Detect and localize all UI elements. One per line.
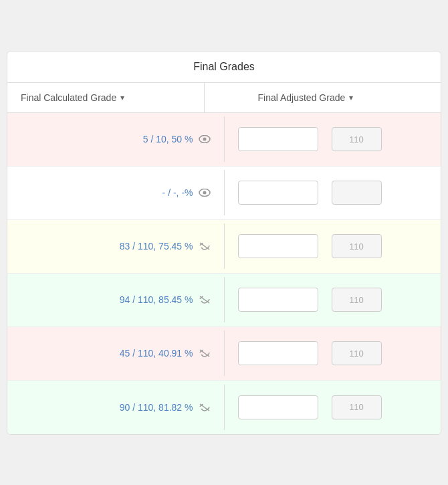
calc-grade-value: 90 / 110, 81.82 % <box>120 402 193 413</box>
table-row: 5 / 10, 50 % 110 <box>7 113 441 167</box>
visibility-off-icon[interactable] <box>199 403 211 412</box>
visibility-off-icon[interactable] <box>199 349 211 358</box>
adjusted-grade-input[interactable] <box>238 341 318 365</box>
adjusted-grade-input[interactable] <box>238 127 318 151</box>
left-column-header[interactable]: Final Calculated Grade ▾ <box>7 83 204 112</box>
eye-icon[interactable] <box>199 189 211 197</box>
svg-point-1 <box>203 138 206 141</box>
table-row: 94 / 110, 85.45 % 110 <box>7 274 441 327</box>
calc-grade-cell: 94 / 110, 85.45 % <box>7 284 224 316</box>
calc-grade-cell: 45 / 110, 40.91 % <box>7 337 224 369</box>
eye-icon[interactable] <box>199 135 211 143</box>
visibility-off-icon[interactable] <box>199 295 211 304</box>
table-row: - / -, -% <box>7 167 441 220</box>
left-column-chevron-icon[interactable]: ▾ <box>120 93 124 102</box>
adjusted-grade-input[interactable] <box>238 181 318 205</box>
divider <box>324 181 326 205</box>
adjusted-grade-cell: 110 <box>224 330 441 376</box>
calc-grade-cell: 83 / 110, 75.45 % <box>7 230 224 262</box>
right-column-header[interactable]: Final Adjusted Grade ▾ <box>204 83 441 112</box>
calc-grade-cell: 5 / 10, 50 % <box>7 123 224 155</box>
points-display: 110 <box>332 341 382 365</box>
visibility-off-icon[interactable] <box>199 241 211 251</box>
final-grades-card: Final Grades Final Calculated Grade ▾ Fi… <box>7 51 441 435</box>
table-row: 90 / 110, 81.82 % 110 <box>7 381 441 434</box>
adjusted-grade-cell: 110 <box>224 223 441 269</box>
points-display <box>332 181 382 205</box>
calc-grade-value: - / -, -% <box>162 187 193 198</box>
calc-grade-value: 45 / 110, 40.91 % <box>120 348 193 359</box>
points-display: 110 <box>332 234 382 258</box>
divider <box>324 234 326 258</box>
table-row: 45 / 110, 40.91 % 110 <box>7 327 441 381</box>
calc-grade-value: 94 / 110, 85.45 % <box>120 294 193 305</box>
adjusted-grade-cell <box>224 170 441 215</box>
divider <box>324 127 326 151</box>
points-display: 110 <box>332 395 382 419</box>
adjusted-grade-cell: 110 <box>224 385 441 430</box>
column-headers: Final Calculated Grade ▾ Final Adjusted … <box>7 83 441 113</box>
divider <box>324 395 326 419</box>
adjusted-grade-input[interactable] <box>238 234 318 258</box>
card-header: Final Grades <box>7 52 441 83</box>
divider <box>324 288 326 312</box>
left-column-label: Final Calculated Grade <box>21 92 116 103</box>
calc-grade-cell: - / -, -% <box>7 177 224 209</box>
points-display: 110 <box>332 288 382 312</box>
adjusted-grade-cell: 110 <box>224 116 441 162</box>
right-column-chevron-icon[interactable]: ▾ <box>349 93 353 102</box>
calc-grade-value: 5 / 10, 50 % <box>143 134 193 144</box>
rows-container: 5 / 10, 50 % 110 - / -, -% 83 / 110, <box>7 113 441 434</box>
calc-grade-cell: 90 / 110, 81.82 % <box>7 391 224 423</box>
svg-point-3 <box>203 191 206 195</box>
divider <box>324 341 326 365</box>
card-title: Final Grades <box>193 61 255 72</box>
points-display: 110 <box>332 127 382 151</box>
adjusted-grade-input[interactable] <box>238 395 318 419</box>
calc-grade-value: 83 / 110, 75.45 % <box>120 241 193 252</box>
adjusted-grade-input[interactable] <box>238 288 318 312</box>
table-row: 83 / 110, 75.45 % 110 <box>7 220 441 274</box>
right-column-label: Final Adjusted Grade <box>258 92 346 103</box>
adjusted-grade-cell: 110 <box>224 277 441 322</box>
